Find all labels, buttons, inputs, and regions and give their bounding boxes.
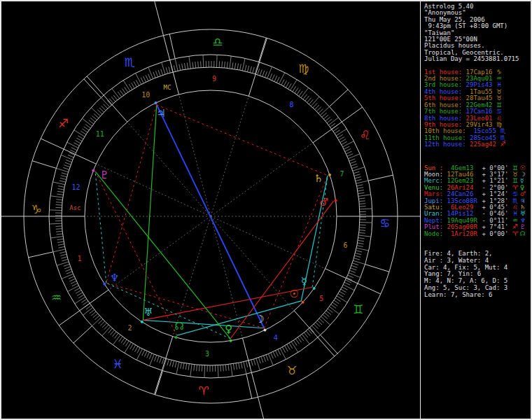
degree-tick [144,76,146,82]
degree-tick [123,340,127,344]
degree-tick [348,275,354,278]
degree-tick [356,181,369,183]
degree-tick [315,105,319,109]
degree-tick [125,342,132,353]
degree-tick [122,89,126,94]
aspect-line-opposition [157,105,264,328]
degree-tick [204,365,205,378]
degree-tick [326,311,331,315]
degree-tick [60,178,66,179]
planet-dot-pluto [92,169,94,172]
info-panel: Astrolog 5.40"Anonymous"Thu May 25, 2006… [421,1,531,419]
degree-tick [147,352,150,358]
degree-tick [287,344,290,350]
degree-tick [246,361,248,368]
degree-tick [344,282,350,285]
degree-tick [299,91,302,96]
axis-extension-line [258,397,328,419]
stats-line: Learn: 7, Share: 6 [424,292,531,299]
degree-tick [176,362,179,374]
degree-tick [149,354,154,366]
natal-chart-wheel: ♈♉♊♋♌♍♎♏♐♑♒♓123456789101112AscMC☉☽☿♀♂♃♄♅… [1,1,420,419]
degree-tick [166,67,168,74]
house-number-6: 6 [343,241,347,249]
degree-tick [260,69,262,75]
degree-tick [227,62,227,68]
degree-tick [348,154,360,159]
degree-tick [100,321,104,326]
astrolog-window: ♈♉♊♋♌♍♎♏♐♑♒♓123456789101112AscMC☉☽☿♀♂♃♄♅… [0,0,532,420]
degree-tick [63,167,69,169]
degree-tick [265,71,267,77]
degree-tick [50,196,63,197]
degree-tick [349,273,360,278]
house-number-7: 7 [340,170,344,178]
degree-tick [245,65,246,71]
degree-tick [136,74,141,85]
degree-tick [57,194,63,195]
planet-dot-sun [302,301,304,304]
degree-tick [310,328,314,332]
degree-tick [285,346,288,351]
house-cusp-line [59,290,108,326]
sign-boundary [330,90,348,106]
degree-tick [349,270,355,272]
house-cusp-list: 1st house: 17Cap16 ♑2nd house: 23Aqu01 ♒… [424,69,531,148]
sign-boundary [155,371,163,395]
degree-tick [344,146,349,149]
sign-boundary [321,335,337,354]
planet-dot-mars [335,200,337,202]
degree-tick [174,65,175,71]
degree-tick [306,331,310,336]
degree-tick [107,100,111,105]
sign-glyph-aries: ♈ [199,384,209,398]
degree-tick [274,76,277,81]
degree-tick [309,99,313,104]
planet-dot-moon [263,328,266,331]
degree-tick [289,343,293,349]
degree-tick [148,74,151,80]
house-cusp-inner-dotted [178,94,211,216]
degree-tick [59,246,65,248]
aspect-line-square [106,283,264,328]
degree-tick [184,63,186,69]
degree-tick [314,324,318,329]
degree-tick [71,148,77,150]
degree-tick [182,64,183,70]
degree-tick [67,142,78,148]
planet-dot-mercury [313,287,316,290]
degree-tick [284,80,286,86]
degree-tick [216,55,217,67]
degree-tick [356,251,362,252]
degree-tick [148,67,153,79]
aspect-line-square [157,105,328,176]
aspect-line-sextile [176,301,301,335]
sign-glyph: ♈ [512,230,518,237]
sign-boundary [74,326,92,343]
degree-tick [337,134,343,138]
planet-dot-neptune [103,283,106,286]
degree-tick [84,127,89,130]
degree-tick [121,338,125,343]
degree-tick [241,363,242,369]
degree-tick [57,191,64,192]
degree-tick [154,355,156,360]
degree-tick [307,98,312,103]
degree-tick [352,167,358,169]
degree-tick [74,130,85,137]
degree-tick [251,360,253,366]
degree-tick [142,350,145,356]
degree-tick [83,301,88,304]
degree-tick [64,264,70,266]
degree-tick [81,299,86,302]
degree-tick [352,263,358,265]
header-line: Julian Day = 2453881.0715 [424,56,531,62]
degree-tick [239,363,240,369]
degree-tick [56,229,62,230]
degree-tick [271,353,274,358]
degree-tick [341,289,346,292]
degree-tick [303,94,307,99]
degree-tick [75,297,85,304]
degree-tick [321,316,330,325]
planet-name: Node: [424,230,447,237]
